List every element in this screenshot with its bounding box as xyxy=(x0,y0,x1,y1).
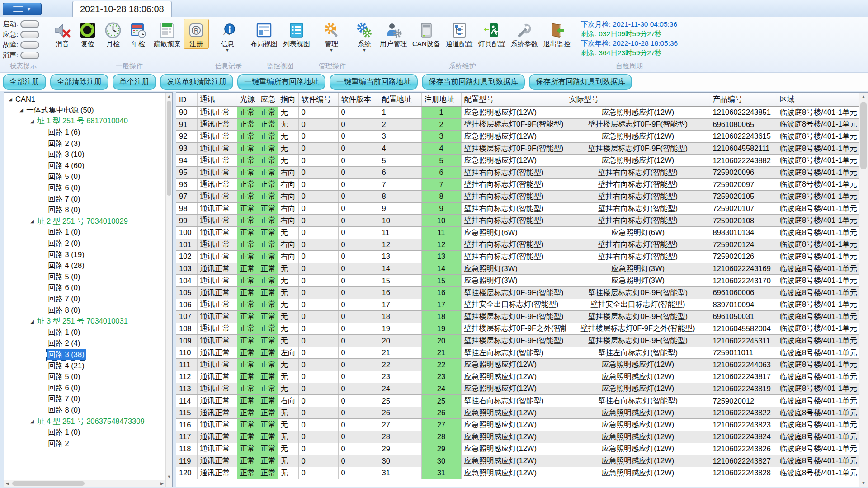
table-row[interactable]: 101通讯正常正常正常右向001212壁挂右向标志灯(智能型)壁挂右向标志灯(智… xyxy=(176,239,859,251)
tree-item[interactable]: 回路 4 (21) xyxy=(5,360,165,371)
tree-item[interactable]: 回路 3 (38) xyxy=(5,349,165,361)
channel-config-button[interactable]: 通道配置 xyxy=(443,19,476,49)
scroll-right-icon[interactable]: ▶ xyxy=(159,480,165,487)
scrollbar-thumb[interactable] xyxy=(12,481,85,486)
tree-item[interactable]: ◢址 2 型 251 号 7034010029 xyxy=(5,216,165,227)
tree-item[interactable]: 回路 2 (4) xyxy=(5,338,165,349)
column-header-direction[interactable]: 指向 xyxy=(278,93,298,107)
tree-item[interactable]: 回路 6 (0) xyxy=(5,282,165,294)
tree-item[interactable]: 回路 3 (19) xyxy=(5,249,165,260)
scroll-up-icon[interactable]: ▲ xyxy=(166,93,172,99)
evacuation-plan-button[interactable]: 疏散预案 xyxy=(151,19,184,49)
action-button[interactable]: 单个注册 xyxy=(113,74,156,90)
tree-item[interactable]: 回路 7 (0) xyxy=(5,294,165,305)
tree-item[interactable]: 回路 4 (28) xyxy=(5,260,165,272)
table-row[interactable]: 110通讯正常正常正常左向002121壁挂左向标志灯(智能型)壁挂左向标志灯(智… xyxy=(176,347,859,359)
action-button[interactable]: 一键重编当前回路地址 xyxy=(330,74,418,90)
table-row[interactable]: 119通讯正常正常正常无003030应急照明感应灯(12W)应急照明感应灯(12… xyxy=(176,455,859,467)
datetime-tab[interactable]: 2021-10-28 18:06:08 xyxy=(72,1,172,17)
tree-item[interactable]: 回路 7 (0) xyxy=(5,193,165,205)
table-row[interactable]: 90通讯正常正常正常无0011应急照明感应灯(12W)应急照明感应灯(12W)1… xyxy=(176,107,859,119)
info-button[interactable]: A 信息 ▼ xyxy=(215,19,240,53)
tree-item[interactable]: 回路 8 (0) xyxy=(5,305,165,316)
tree-item[interactable]: 回路 4 (60) xyxy=(5,160,165,172)
table-row[interactable]: 99通讯正常正常正常右向001010壁挂右向标志灯(智能型)壁挂右向标志灯(智能… xyxy=(176,215,859,227)
column-header-sw_no[interactable]: 软件编号 xyxy=(298,93,338,107)
mute-button[interactable]: 消音 xyxy=(50,19,75,49)
tree-item[interactable]: ◢址 4 型 251 号 20637548473309 xyxy=(5,416,165,427)
column-header-area[interactable]: 区域 xyxy=(777,93,859,107)
table-row[interactable]: 94通讯正常正常正常无0055应急照明感应灯(12W)应急照明感应灯(12W)1… xyxy=(176,155,859,167)
system-button[interactable]: 系统 ▼ xyxy=(352,19,377,53)
tree-vertical-scrollbar[interactable]: ▲ ▼ xyxy=(165,93,172,487)
expand-triangle-icon[interactable]: ◢ xyxy=(28,219,36,224)
table-row[interactable]: 91通讯正常正常正常无0022壁挂楼层标志灯0F-9F(智能型)壁挂楼层标志灯0… xyxy=(176,118,859,131)
scroll-down-icon[interactable]: ▼ xyxy=(166,473,172,480)
register-button[interactable]: R 注册 xyxy=(184,19,209,49)
layout-view-button[interactable]: 布局视图 xyxy=(248,19,280,49)
tree-horizontal-scrollbar[interactable]: ◀ ▶ xyxy=(4,480,165,487)
table-row[interactable]: 106通讯正常正常正常无001717壁挂安全出口标志灯(智能型)壁挂安全出口标志… xyxy=(176,299,859,311)
app-menu-button[interactable]: ▼ xyxy=(3,3,42,15)
tree-item[interactable]: 回路 3 (10) xyxy=(5,149,165,160)
tree-item[interactable]: 回路 5 (0) xyxy=(5,371,165,383)
table-row[interactable]: 108通讯正常正常正常无001919壁挂楼层标志灯0F-9F之外(智能型)壁挂楼… xyxy=(176,323,859,335)
table-row[interactable]: 95通讯正常正常正常右向0066壁挂右向标志灯(智能型)壁挂右向标志灯(智能型)… xyxy=(176,166,859,178)
exit-monitor-button[interactable]: 退出监控 xyxy=(541,19,573,49)
reset-button[interactable]: 复位 xyxy=(75,19,100,49)
table-row[interactable]: 97通讯正常正常正常右向0088壁挂右向标志灯(智能型)壁挂右向标志灯(智能型)… xyxy=(176,191,859,203)
column-header-cfg_addr[interactable]: 配置地址 xyxy=(379,93,421,107)
scroll-up-icon[interactable]: ▲ xyxy=(859,93,868,100)
tree-item[interactable]: 回路 5 (0) xyxy=(5,272,165,283)
table-row[interactable]: 93通讯正常正常正常无0044壁挂楼层标志灯0F-9F(智能型)壁挂楼层标志灯0… xyxy=(176,142,859,155)
table-row[interactable]: 118通讯正常正常正常无002929应急照明感应灯(12W)应急照明感应灯(12… xyxy=(176,443,859,455)
tree-item[interactable]: 回路 2 xyxy=(5,438,165,449)
column-header-reg_addr[interactable]: 注册地址 xyxy=(421,93,461,107)
tree-item[interactable]: 回路 1 (0) xyxy=(5,327,165,338)
table-row[interactable]: 107通讯正常正常正常无001818壁挂楼层标志灯0F-9F(智能型)壁挂楼层标… xyxy=(176,311,859,323)
tree-item[interactable]: 回路 1 (0) xyxy=(5,427,165,438)
table-row[interactable]: 105通讯正常正常正常无001616壁挂楼层标志灯0F-9F(智能型)壁挂楼层标… xyxy=(176,286,859,299)
scroll-left-icon[interactable]: ◀ xyxy=(4,480,11,487)
table-row[interactable]: 103通讯正常正常正常无001414应急照明灯(3W)应急照明灯(3W)1210… xyxy=(176,263,859,275)
tree-item[interactable]: 回路 1 (0) xyxy=(5,227,165,238)
action-button[interactable]: 全部清除注册 xyxy=(50,74,108,90)
expand-triangle-icon[interactable]: ◢ xyxy=(18,108,25,113)
action-button[interactable]: 一键重编所有回路地址 xyxy=(237,74,326,90)
table-row[interactable]: 112通讯正常正常正常无002323应急照明感应灯(12W)应急照明感应灯(12… xyxy=(176,371,859,383)
table-row[interactable]: 98通讯正常正常正常右向0099壁挂右向标志灯(智能型)壁挂右向标志灯(智能型)… xyxy=(176,202,859,215)
system-params-button[interactable]: 系统参数 xyxy=(508,19,541,49)
column-header-light[interactable]: 光源 xyxy=(237,93,258,107)
tree-item[interactable]: 回路 8 (0) xyxy=(5,405,165,416)
tree-item[interactable]: ◢址 3 型 251 号 7034010031 xyxy=(5,316,165,327)
tree-item[interactable]: 回路 5 (0) xyxy=(5,171,165,183)
column-header-comm[interactable]: 通讯 xyxy=(197,93,237,107)
tree-item[interactable]: 回路 6 (0) xyxy=(5,382,165,394)
scrollbar-thumb[interactable] xyxy=(167,101,171,196)
tree-item[interactable]: 回路 8 (0) xyxy=(5,205,165,216)
tree-item[interactable]: ◢一体式集中电源 (50) xyxy=(5,105,165,116)
expand-triangle-icon[interactable]: ◢ xyxy=(28,119,36,124)
scrollbar-thumb[interactable] xyxy=(860,102,867,169)
action-button[interactable]: 保存所有回路灯具到数据库 xyxy=(529,74,632,90)
action-button[interactable]: 发送单独清除注册 xyxy=(160,74,233,90)
column-header-id[interactable]: ID xyxy=(176,93,197,107)
column-header-cfg_model[interactable]: 配置型号 xyxy=(461,93,566,107)
table-row[interactable]: 109通讯正常正常正常无002020壁挂楼层标志灯0F-9F(智能型)壁挂楼层标… xyxy=(176,335,859,347)
tree-item[interactable]: 回路 7 (0) xyxy=(5,394,165,405)
table-row[interactable]: 116通讯正常正常正常无002727应急照明感应灯(12W)应急照明感应灯(12… xyxy=(176,419,859,431)
table-row[interactable]: 120通讯正常正常正常无003131应急照明感应灯(12W)应急照明感应灯(12… xyxy=(176,467,859,479)
column-header-emergency[interactable]: 应急 xyxy=(258,93,278,107)
table-row[interactable]: 115通讯正常正常正常无002626应急照明感应灯(12W)应急照明感应灯(12… xyxy=(176,407,859,419)
table-row[interactable]: 114通讯正常正常正常右向002525壁挂右向标志灯(智能型)壁挂右向标志灯(智… xyxy=(176,395,859,407)
action-button[interactable]: 保存当前回路灯具到数据库 xyxy=(422,74,525,90)
expand-triangle-icon[interactable]: ◢ xyxy=(28,319,36,324)
expand-triangle-icon[interactable]: ◢ xyxy=(28,419,36,424)
table-row[interactable]: 92通讯正常正常正常无0033应急照明感应灯(12W)应急照明感应灯(12W)1… xyxy=(176,131,859,143)
table-row[interactable]: 100通讯正常正常正常无001111应急照明灯(6W)应急照明灯(6W)8983… xyxy=(176,226,859,239)
manage-button[interactable]: 管理 ▼ xyxy=(319,19,344,53)
table-vertical-scrollbar[interactable]: ▲ ▼ xyxy=(859,93,868,487)
table-row[interactable]: 113通讯正常正常正常无002424应急照明感应灯(12W)应急照明感应灯(12… xyxy=(176,383,859,395)
table-row[interactable]: 102通讯正常正常正常右向001313壁挂右向标志灯(智能型)壁挂右向标志灯(智… xyxy=(176,251,859,263)
lamp-config-button[interactable]: 灯具配置 xyxy=(476,19,508,49)
